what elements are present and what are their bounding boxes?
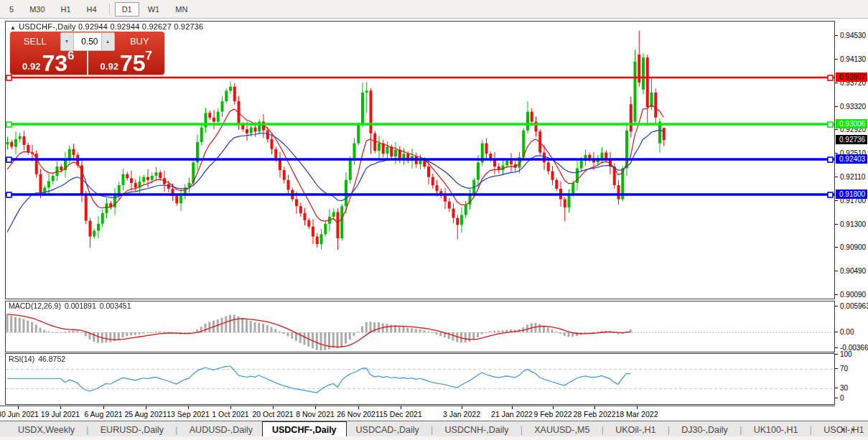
axis-tick-mark: [835, 354, 838, 355]
date-axis-label: 8 Nov 2021: [296, 410, 335, 418]
axis-tick-mark: [835, 306, 838, 306]
sell-price[interactable]: 0.92 73 6: [10, 51, 87, 75]
axis-tick-mark: [835, 332, 838, 332]
date-tick-mark: [637, 406, 638, 409]
price-axis-label: 0.90090: [840, 291, 866, 299]
tab-usdcnh-daily[interactable]: USDCNH-,Daily: [436, 422, 518, 437]
macd-value-signal: 0.003451: [100, 301, 131, 310]
price-axis-label: 0.90490: [840, 267, 866, 275]
axis-tick-mark: [835, 35, 838, 36]
timeframe-button-m30[interactable]: M30: [22, 2, 52, 17]
date-tick-mark: [401, 406, 401, 409]
price-level-badge-0.92736: 0.92736: [836, 135, 867, 144]
timeframe-button-w1[interactable]: W1: [141, 2, 167, 17]
axis-tick-mark: [835, 247, 838, 248]
axis-tick-mark: [835, 224, 838, 225]
chart-symbol-label: USDCHF-,Daily: [19, 22, 76, 31]
axis-tick-mark: [835, 200, 838, 201]
timeframe-button-h4[interactable]: H4: [80, 2, 104, 17]
tab-xauusd-m5[interactable]: XAUUSD-,M5: [525, 422, 599, 437]
toolbar-separator: [109, 4, 110, 15]
sell-button[interactable]: SELL: [10, 32, 60, 51]
tab-separator: |: [84, 425, 91, 435]
price-level-badge-0.92403: 0.92403: [836, 154, 867, 164]
date-tick-mark: [230, 406, 231, 409]
tab-audusd-daily[interactable]: AUDUSD-,Daily: [180, 422, 262, 437]
rsi-value: 46.8752: [38, 355, 65, 363]
date-axis-label: 30 Jun 2021: [0, 410, 39, 418]
price-axis-label: 0.91300: [840, 220, 866, 228]
price-level-badge-0.93807: 0.93807: [836, 72, 867, 82]
date-axis-label: 26 Nov 2021: [337, 410, 380, 418]
chart-canvas[interactable]: [0, 20, 835, 406]
price-axis-label: 0.92110: [840, 173, 865, 181]
tab-eurusd-daily[interactable]: EURUSD-,Daily: [91, 422, 173, 437]
tab-usdcad-daily[interactable]: USDCAD-,Daily: [347, 422, 429, 437]
volume-increase-button[interactable]: ▲: [102, 33, 114, 50]
arrow-up-icon: ▲: [106, 39, 111, 44]
volume-decrease-button[interactable]: ▼: [61, 33, 73, 50]
rsi-axis-label: 30: [840, 384, 848, 392]
buy-button[interactable]: BUY: [115, 32, 165, 51]
date-tick-mark: [18, 406, 19, 409]
date-axis-label: 9 Feb 2022: [533, 410, 571, 418]
tab-separator: |: [737, 425, 745, 435]
date-axis-label: 3 Jan 2022: [443, 410, 480, 418]
axis-tick-mark: [835, 347, 838, 348]
collapse-arrow-icon[interactable]: ▲: [10, 24, 16, 31]
tab-scroll-right-icon[interactable]: ▸: [851, 425, 862, 433]
volume-input[interactable]: [73, 33, 102, 50]
date-axis-label: 1 Oct 2021: [212, 410, 248, 418]
tab-separator: |: [807, 425, 814, 435]
price-axis-label: 0.94530: [840, 32, 866, 39]
timeframe-button-mn[interactable]: MN: [168, 2, 195, 17]
tab-separator: |: [599, 425, 606, 435]
buy-price-pips: 75: [120, 53, 146, 73]
buy-price-base: 0.92: [101, 60, 118, 73]
date-tick-mark: [462, 406, 462, 409]
tab-bar-bottom-strip: [0, 436, 868, 440]
date-axis[interactable]: 30 Jun 202119 Jul 20216 Aug 202125 Aug 2…: [0, 406, 835, 421]
tab-separator: |: [518, 425, 525, 435]
date-axis-label: 15 Dec 2021: [379, 410, 422, 418]
date-axis-label: 20 Oct 2021: [252, 410, 293, 418]
buy-price[interactable]: 0.92 75 7: [88, 51, 165, 75]
trade-panel-price-row: 0.92 73 6 0.92 75 7: [10, 51, 164, 75]
one-click-trading-panel: SELL ▼ ▲ BUY 0.92 73 6 0.92 75 7: [10, 32, 164, 75]
rsi-name: RSI(14): [9, 355, 34, 363]
price-divider: [87, 51, 88, 75]
date-axis-label: 28 Feb 2022: [574, 410, 616, 418]
tab-scroll-left-icon[interactable]: ◂: [841, 425, 851, 433]
tab-ukoil-h1[interactable]: UKOil-,H1: [606, 422, 665, 437]
price-axis[interactable]: 0.945300.941300.937200.933200.929200.925…: [835, 20, 868, 406]
date-axis-label: 25 Aug 2021: [125, 410, 167, 418]
tab-separator: |: [429, 425, 436, 435]
price-level-badge-0.91800: 0.91800: [836, 189, 867, 199]
chart-title: ▲USDCHF-,Daily 0.92944 0.92944 0.92627 0…: [10, 22, 203, 31]
date-axis-label: 21 Jan 2022: [491, 410, 533, 418]
timeframe-button-d1[interactable]: D1: [115, 2, 139, 17]
date-axis-label: 18 Mar 2022: [616, 410, 658, 418]
rsi-axis-label: 70: [840, 365, 848, 373]
tab-scroll-arrows: ◂▸: [841, 425, 862, 433]
date-tick-mark: [512, 406, 513, 409]
tab-separator: |: [665, 425, 672, 435]
tab-dj30-daily[interactable]: DJ30-,Daily: [672, 422, 737, 437]
date-tick-mark: [315, 406, 316, 409]
date-axis-label: 13 Sep 2021: [167, 410, 210, 418]
price-axis-label: 0.90900: [840, 243, 866, 251]
tab-usdx-weekly[interactable]: USDX,Weekly: [9, 422, 84, 437]
timeframe-button-h1[interactable]: H1: [54, 2, 78, 17]
axis-tick-mark: [835, 106, 838, 107]
price-axis-label: 0.94130: [840, 55, 866, 63]
chart-tab-bar: USDX,Weekly | EURUSD-,Daily | AUDUSD-,Da…: [0, 421, 868, 440]
axis-tick-mark: [835, 294, 838, 295]
axis-tick-mark: [835, 271, 838, 271]
axis-tick-mark: [835, 129, 838, 130]
timeframe-button-5[interactable]: 5: [2, 2, 21, 17]
tab-uk100-h1[interactable]: UK100-,H1: [745, 422, 808, 437]
tab-separator: |: [173, 425, 180, 435]
date-tick-mark: [358, 406, 359, 409]
sell-price-base: 0.92: [22, 60, 40, 73]
axis-tick-mark: [835, 398, 838, 398]
